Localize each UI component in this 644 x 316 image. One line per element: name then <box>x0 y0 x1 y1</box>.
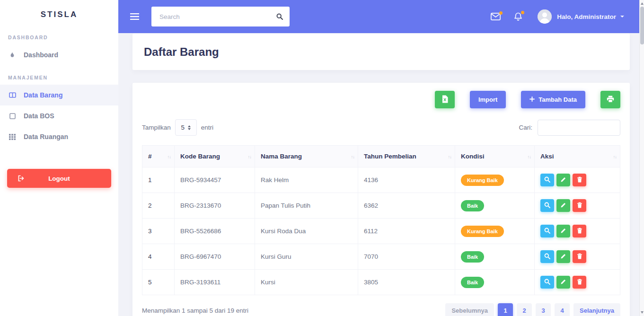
view-button[interactable] <box>540 199 554 212</box>
column-label: Aksi <box>540 153 554 160</box>
pagination-page-1[interactable]: 1 <box>498 303 513 316</box>
scroll-down-arrow[interactable] <box>641 311 644 314</box>
brand-logo[interactable]: STISLA <box>0 0 118 25</box>
print-button[interactable] <box>600 91 620 108</box>
sidebar-item-dashboard[interactable]: Dashboard <box>0 44 118 65</box>
delete-button[interactable] <box>573 174 586 186</box>
menu-section-header-dashboard: DASHBOARD <box>0 25 118 44</box>
page-size-select[interactable]: 5 <box>175 119 197 136</box>
aksi-cell <box>535 167 620 193</box>
nama-barang-cell: Rak Helm <box>255 167 358 193</box>
kode-barang-cell: BRG-3193611 <box>175 270 255 295</box>
sort-icon: ↑↓ <box>528 154 531 159</box>
tahun-pembelian-cell: 3805 <box>358 270 455 295</box>
search-icon <box>544 202 550 210</box>
scrollbar[interactable] <box>639 0 644 316</box>
grid-icon <box>8 133 17 140</box>
edit-button[interactable] <box>556 225 570 237</box>
edit-button[interactable] <box>556 199 570 212</box>
square-icon <box>8 113 17 119</box>
column-header-tahun-pembelian[interactable]: Tahun Pembelian↑↓ <box>358 146 455 167</box>
table-header-row: #↑↓Kode Barang↑↓Nama Barang↑↓Tahun Pembe… <box>142 146 620 167</box>
export-excel-button[interactable] <box>435 91 455 108</box>
pagination: Sebelumnya 1234 Selanjutnya <box>445 303 620 316</box>
column-header-nama-barang[interactable]: Nama Barang↑↓ <box>255 146 358 167</box>
hamburger-menu-icon[interactable] <box>130 13 139 20</box>
sidebar-item-data-ruangan[interactable]: Data Ruangan <box>0 126 118 147</box>
messages-badge <box>499 11 503 15</box>
pagination-page-4[interactable]: 4 <box>555 303 570 316</box>
pagination-previous[interactable]: Sebelumnya <box>445 303 494 316</box>
edit-icon <box>560 228 566 235</box>
edit-icon <box>560 279 566 286</box>
column-header-kode-barang[interactable]: Kode Barang↑↓ <box>175 146 255 167</box>
sidebar-item-data-barang[interactable]: Data Barang <box>0 85 118 105</box>
column-header-kondisi[interactable]: Kondisi↑↓ <box>455 146 535 167</box>
column-label: Kondisi <box>461 153 485 160</box>
pagination-page-2[interactable]: 2 <box>517 303 532 316</box>
navbar-search-input[interactable] <box>151 7 290 26</box>
sidebar-item-data-bos[interactable]: Data BOS <box>0 105 118 126</box>
avatar <box>538 9 552 24</box>
kondisi-cell: Baik <box>455 244 535 270</box>
data-table: #↑↓Kode Barang↑↓Nama Barang↑↓Tahun Pembe… <box>142 145 620 295</box>
trash-icon <box>577 279 582 286</box>
kode-barang-cell: BRG-6967470 <box>175 244 255 270</box>
trash-icon <box>577 253 582 261</box>
pagination-pages: 1234 <box>498 303 570 316</box>
row-number-cell: 3 <box>142 219 175 244</box>
kondisi-badge: Kurang Baik <box>461 175 504 186</box>
table-footer: Menampilkan 1 sampai 5 dari 19 entri Seb… <box>142 303 620 316</box>
row-number-cell: 4 <box>142 244 175 270</box>
pagination-page-3[interactable]: 3 <box>536 303 551 316</box>
view-button[interactable] <box>540 250 554 263</box>
kondisi-badge: Baik <box>461 200 484 211</box>
main-area: Halo, Administrator Daftar Barang Import <box>118 0 644 316</box>
logout-button[interactable]: Logout <box>7 169 111 188</box>
nama-barang-cell: Kursi Roda Dua <box>255 219 358 244</box>
table-filter: Cari: <box>519 120 620 136</box>
edit-icon <box>560 253 566 261</box>
sort-icon: ↑↓ <box>168 154 171 159</box>
edit-button[interactable] <box>556 276 570 289</box>
scroll-up-arrow[interactable] <box>641 2 644 5</box>
kode-barang-cell: BRG-5934457 <box>175 167 255 193</box>
delete-button[interactable] <box>573 250 586 263</box>
delete-button[interactable] <box>573 276 586 289</box>
view-button[interactable] <box>540 174 554 186</box>
sort-icon: ↑↓ <box>448 154 452 159</box>
view-button[interactable] <box>540 276 554 289</box>
table-row: 1BRG-5934457Rak Helm4136Kurang Baik <box>142 167 620 193</box>
import-button[interactable]: Import <box>470 91 506 108</box>
page-size-value: 5 <box>181 124 185 131</box>
table-search-input[interactable] <box>538 120 620 136</box>
search-icon <box>544 228 550 235</box>
aksi-cell <box>535 219 620 244</box>
messages-icon[interactable] <box>491 13 501 20</box>
row-number-cell: 5 <box>142 270 175 295</box>
add-data-label: Tambah Data <box>538 96 577 103</box>
trash-icon <box>577 202 582 210</box>
search-icon[interactable] <box>273 10 287 23</box>
kondisi-cell: Baik <box>455 270 535 295</box>
sort-icon: ↑↓ <box>351 154 355 159</box>
column-header-num[interactable]: #↑↓ <box>142 146 175 167</box>
user-menu[interactable]: Halo, Administrator <box>538 9 624 24</box>
kode-barang-cell: BRG-5526686 <box>175 219 255 244</box>
sidebar-item-label: Data Barang <box>24 91 62 99</box>
caret-down-icon <box>620 16 624 18</box>
file-excel-icon <box>441 95 448 105</box>
kode-barang-cell: BRG-2313670 <box>175 193 255 219</box>
notifications-bell-icon[interactable] <box>514 12 522 21</box>
edit-button[interactable] <box>556 250 570 263</box>
view-button[interactable] <box>540 225 554 237</box>
add-data-button[interactable]: Tambah Data <box>521 91 585 108</box>
column-header-aksi[interactable]: Aksi↑↓ <box>535 146 620 167</box>
pagination-next[interactable]: Selanjutnya <box>573 303 620 316</box>
delete-button[interactable] <box>573 199 586 212</box>
delete-button[interactable] <box>573 225 586 237</box>
scrollbar-thumb[interactable] <box>640 7 644 44</box>
aksi-cell <box>535 270 620 295</box>
search-icon <box>544 176 550 184</box>
edit-button[interactable] <box>556 174 570 186</box>
